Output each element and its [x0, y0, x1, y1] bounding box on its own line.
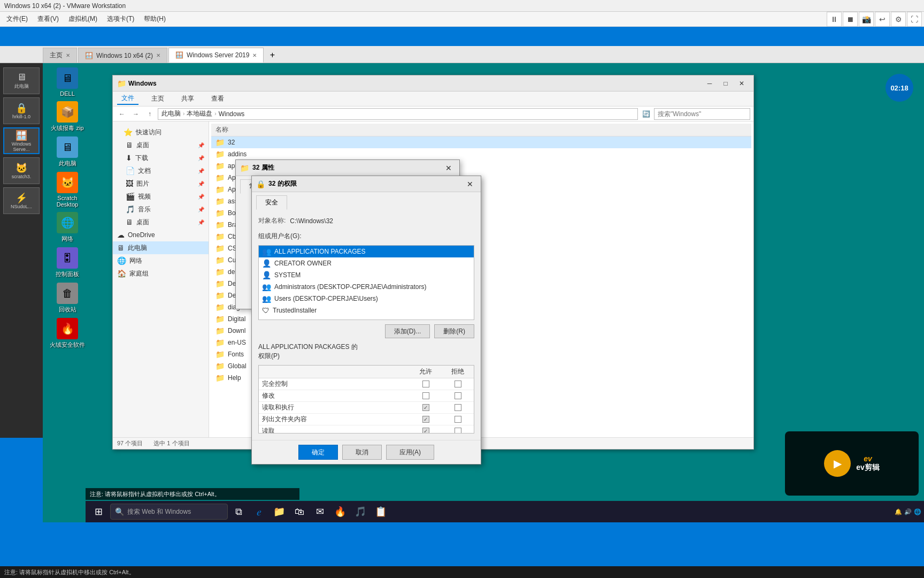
- nav-desktop-1[interactable]: 🖥 桌面 📌: [113, 139, 209, 151]
- close-btn[interactable]: ✕: [734, 77, 749, 90]
- minimize-btn[interactable]: ─: [702, 77, 717, 90]
- menu-file[interactable]: 文件(E): [2, 13, 32, 25]
- perm-user-5[interactable]: 🛡 TrustedInstaller: [259, 305, 474, 316]
- nav-music[interactable]: 🎵 音乐 📌: [113, 203, 209, 216]
- snapshot-btn[interactable]: 📸: [859, 12, 874, 27]
- perm-row-2-deny[interactable]: [442, 404, 474, 411]
- desktop-icon-zip[interactable]: 📦 火绒报毒 zip: [47, 101, 88, 132]
- menu-tabs[interactable]: 选项卡(T): [103, 13, 138, 25]
- tab-home[interactable]: 主页 ✕: [43, 48, 77, 63]
- perm-row-4-deny[interactable]: [442, 428, 474, 434]
- perm-remove-btn[interactable]: 删除(R): [434, 324, 474, 338]
- desktop-icon-dell[interactable]: 🖥 DELL: [47, 67, 88, 97]
- address-bar[interactable]: 此电脑 › 本地磁盘 › Windows: [158, 108, 638, 120]
- vm-thumb-4[interactable]: ⚡ NSudoL...: [3, 187, 40, 214]
- file-item-addins[interactable]: 📁 addins: [211, 148, 751, 160]
- menu-help[interactable]: 帮助(H): [140, 13, 170, 25]
- nav-pictures[interactable]: 🖼 图片 📌: [113, 177, 209, 190]
- vm-thumb-3[interactable]: 🐱 scratch3.: [3, 157, 40, 184]
- store-btn[interactable]: 🛍: [290, 502, 309, 521]
- perm-row-1-allow[interactable]: [410, 392, 442, 399]
- start-btn[interactable]: ⊞: [88, 502, 109, 521]
- nav-homegroup[interactable]: 🏠 家庭组: [113, 267, 209, 280]
- up-btn[interactable]: ↑: [144, 108, 156, 120]
- tab-winserver[interactable]: 🪟 Windows Server 2019 ✕: [168, 48, 264, 63]
- thumb-icon-4: ⚡: [16, 192, 27, 204]
- perm-row-0-allow[interactable]: [410, 381, 442, 387]
- perm-row-2-allow[interactable]: [410, 404, 442, 411]
- nav-videos[interactable]: 🎬 视频 📌: [113, 190, 209, 203]
- folder-icon: 📁: [215, 162, 225, 170]
- nav-desktop-2[interactable]: 🖥 桌面 📌: [113, 216, 209, 229]
- forward-btn[interactable]: →: [130, 108, 142, 120]
- perm-user-3-name: Administrators (DESKTOP-CPERJAE\Administ…: [274, 283, 427, 291]
- tab-home-close[interactable]: ✕: [66, 52, 70, 58]
- perm-row-4-allow[interactable]: [410, 428, 442, 434]
- dialog-perm-tab-security[interactable]: 安全: [256, 195, 287, 210]
- zip-icon: 📦: [57, 101, 78, 123]
- perm-cancel-btn[interactable]: 取消: [342, 445, 382, 460]
- unknown-btn-1[interactable]: 🎵: [351, 502, 370, 521]
- desktop-icon-control[interactable]: 🎛 控制面板: [47, 247, 88, 278]
- explorer-taskbar-btn[interactable]: 📁: [270, 502, 289, 521]
- perm-user-4[interactable]: 👥 Users (DESKTOP-CPERJAE\Users): [259, 293, 474, 305]
- nav-docs[interactable]: 📄 文档 📌: [113, 164, 209, 177]
- nav-this-pc[interactable]: 🖥 此电脑: [113, 241, 209, 254]
- maximize-btn[interactable]: □: [718, 77, 733, 90]
- search-icon: 🔍: [115, 507, 124, 516]
- ribbon-tab-home[interactable]: 主页: [147, 93, 168, 104]
- revert-btn[interactable]: ↩: [875, 12, 890, 27]
- mail-btn[interactable]: ✉: [310, 502, 329, 521]
- dialog-perm-close[interactable]: ✕: [464, 178, 476, 190]
- new-tab-btn[interactable]: +: [267, 48, 278, 63]
- perm-user-3[interactable]: 👥 Administrators (DESKTOP-CPERJAE\Admini…: [259, 281, 474, 293]
- nav-downloads[interactable]: ⬇ 下载 📌: [113, 151, 209, 164]
- vm-thumb-2[interactable]: 🪟 Windows Serve...: [3, 127, 40, 154]
- back-btn[interactable]: ←: [116, 108, 128, 120]
- perm-row-0-deny[interactable]: [442, 381, 474, 387]
- ev-play-btn[interactable]: ▶: [824, 450, 851, 477]
- edge-btn[interactable]: 𝑒: [249, 502, 268, 521]
- perm-user-2[interactable]: 👤 SYSTEM: [259, 269, 474, 281]
- perm-user-1[interactable]: 👤 CREATOR OWNER: [259, 257, 474, 269]
- perm-row-3-allow[interactable]: [410, 416, 442, 423]
- fullscreen-btn[interactable]: ⛶: [907, 12, 922, 27]
- ribbon-tab-file[interactable]: 文件: [117, 93, 138, 105]
- taskbar-search[interactable]: 🔍 搜索 Web 和 Windows: [110, 504, 228, 520]
- perm-user-0[interactable]: 👥 ALL APPLICATION PACKAGES: [259, 246, 474, 257]
- ribbon-tab-share[interactable]: 共享: [177, 93, 198, 104]
- nav-quick-access[interactable]: ⭐ 快速访问: [113, 126, 209, 139]
- perm-row-3-deny[interactable]: [442, 416, 474, 423]
- desktop-icon-trash[interactable]: 🗑 回收站: [47, 283, 88, 314]
- file-item-32[interactable]: 📁 32: [211, 136, 751, 148]
- desktop-icon-computer[interactable]: 🖥 此电脑: [47, 136, 88, 168]
- settings-btn[interactable]: ⚙: [891, 12, 906, 27]
- vm-thumb-0[interactable]: 🖥 此电脑: [3, 67, 40, 94]
- ribbon-tab-view[interactable]: 查看: [207, 93, 228, 104]
- perm-apply-btn[interactable]: 应用(A): [386, 445, 434, 460]
- taskview-btn[interactable]: ⧉: [229, 502, 248, 521]
- tab-winserver-close[interactable]: ✕: [252, 52, 257, 58]
- search-input[interactable]: [654, 108, 750, 120]
- tab-win10[interactable]: 🪟 Windows 10 x64 (2) ✕: [78, 48, 167, 63]
- refresh-btn[interactable]: 🔄: [640, 108, 652, 120]
- nav-network[interactable]: 🌐 网络: [113, 254, 209, 267]
- desktop-icon-network[interactable]: 🌐 网络: [47, 212, 88, 243]
- menu-vm[interactable]: 虚拟机(M): [64, 13, 102, 25]
- nav-onedrive[interactable]: ☁ OneDrive: [113, 229, 209, 241]
- perm-add-btn[interactable]: 添加(D)...: [385, 324, 430, 338]
- control-label: 控制面板: [56, 270, 79, 278]
- desktop-icon-security[interactable]: 🔥 火绒安全软件: [47, 318, 88, 349]
- vm-thumb-1[interactable]: 🔒 hrkill-1.0: [3, 97, 40, 124]
- pause-btn[interactable]: ⏸: [827, 12, 842, 27]
- perm-ok-btn[interactable]: 确定: [298, 445, 338, 460]
- perm-row-1-deny[interactable]: [442, 392, 474, 399]
- desktop-icon-scratch[interactable]: 🐱 Scratch Desktop: [47, 172, 88, 208]
- security-taskbar-btn[interactable]: 🔥: [330, 502, 350, 521]
- unknown-btn-2[interactable]: 📋: [371, 502, 390, 521]
- tab-win10-close[interactable]: ✕: [156, 52, 160, 58]
- dialog-properties-close[interactable]: ✕: [442, 162, 455, 174]
- stop-btn[interactable]: ⏹: [843, 12, 858, 27]
- menu-view[interactable]: 查看(V): [33, 13, 63, 25]
- vm-status-text: 注意: 请将鼠标指针从虚拟机中移出或按 Ctrl+Alt。: [4, 568, 135, 576]
